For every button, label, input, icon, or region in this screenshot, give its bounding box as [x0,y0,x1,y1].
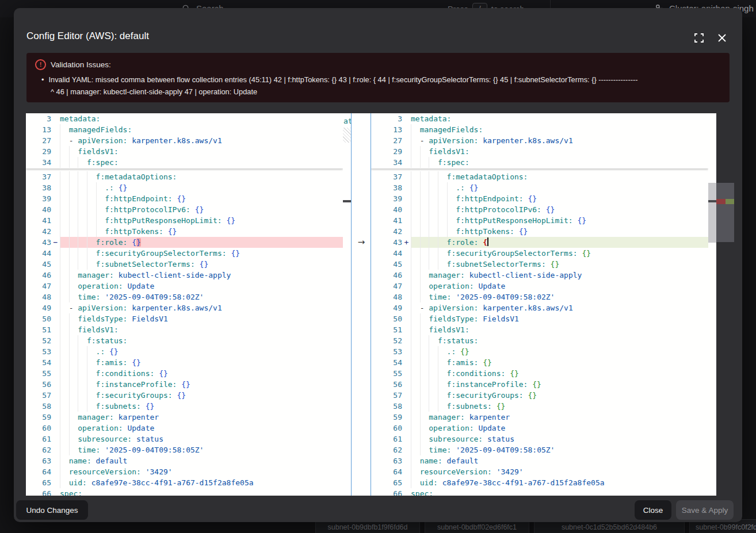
code-line-right-52[interactable]: 52f:status: [371,335,708,346]
line-content: f:subnetSelectorTerms: {} [411,259,708,270]
yaml-diff-editor[interactable]: 3metadata:13managedFields:27- apiVersion… [26,113,716,496]
code-line-left-53[interactable]: 53.: {} [26,346,343,357]
code-line-right-38[interactable]: 38.: {} [371,182,708,193]
code-line-left-64[interactable]: 64resourceVersion: '3429' [26,466,343,477]
code-line-left-37[interactable]: 37f:metadataOptions: [26,171,343,182]
code-line-left-54[interactable]: 54f:amis: {} [26,357,343,368]
code-line-left-45[interactable]: 45f:subnetSelectorTerms: {} [26,259,343,270]
code-line-right-46[interactable]: 46manager: kubectl-client-side-apply [371,270,708,281]
code-line-left-58[interactable]: 58f:subnets: {} [26,401,343,412]
code-line-left-66[interactable]: 66spec: [26,488,343,496]
code-line-right-59[interactable]: 59manager: karpenter [371,412,708,423]
code-content-left[interactable]: 37f:metadataOptions:38.: {}39f:httpEndpo… [26,171,343,496]
code-line-right-43[interactable]: 43+f:role: { [371,237,708,248]
code-line-right-42[interactable]: 42f:httpTokens: {} [371,226,708,237]
code-line-left-49[interactable]: 49- apiVersion: karpenter.k8s.aws/v1 [26,302,343,313]
line-number: 39 [371,193,402,204]
line-number: 65 [26,477,51,488]
code-line-right-51[interactable]: 51fieldsV1: [371,324,708,335]
code-line-right-47[interactable]: 47operation: Update [371,281,708,292]
code-line-left-63[interactable]: 63name: default [26,455,343,466]
line-content: f:httpProtocolIPv6: {} [60,204,343,215]
code-line-left-29[interactable]: 29fieldsV1: [26,146,343,157]
code-line-right-45[interactable]: 45f:subnetSelectorTerms: {} [371,259,708,270]
code-line-left-34[interactable]: 34f:spec: [26,157,343,168]
code-line-left-39[interactable]: 39f:httpEndpoint: {} [26,193,343,204]
close-button[interactable]: Close [635,500,671,520]
line-content: f:metadataOptions: [411,171,708,182]
code-line-right-27[interactable]: 27- apiVersion: karpenter.k8s.aws/v1 [371,135,708,146]
code-line-right-29[interactable]: 29fieldsV1: [371,146,708,157]
diff-modified-pane[interactable]: 3metadata:13managedFields:27- apiVersion… [371,113,708,496]
code-line-left-40[interactable]: 40f:httpProtocolIPv6: {} [26,204,343,215]
code-line-right-65[interactable]: 65uid: c8afe97e-38cc-4f91-a767-d15f2a8fe… [371,477,708,488]
diff-sign [402,248,411,259]
validation-message-line2: ^ 46 | manager: kubectl-client-side-appl… [51,87,257,96]
code-line-left-48[interactable]: 48time: '2025-09-04T09:58:02Z' [26,292,343,302]
scrollbar-thumb[interactable] [708,183,716,243]
code-line-right-56[interactable]: 56f:instanceProfile: {} [371,379,708,390]
close-dialog-button[interactable] [711,27,733,49]
code-line-right-55[interactable]: 55f:conditions: {} [371,368,708,379]
code-line-right-62[interactable]: 62time: '2025-09-04T09:58:05Z' [371,444,708,455]
fullscreen-button[interactable] [688,27,710,49]
code-line-left-3[interactable]: 3metadata: [26,113,343,124]
code-line-left-57[interactable]: 57f:securityGroups: {} [26,390,343,401]
code-line-right-53[interactable]: 53.: {} [371,346,708,357]
code-line-left-61[interactable]: 61subresource: status [26,434,343,444]
code-line-right-58[interactable]: 58f:subnets: {} [371,401,708,412]
diff-sign [51,423,60,434]
code-line-left-43[interactable]: 43−f:role: {} [26,237,343,248]
code-line-left-38[interactable]: 38.: {} [26,182,343,193]
diff-sign [51,412,60,423]
code-line-right-39[interactable]: 39f:httpEndpoint: {} [371,193,708,204]
code-line-left-51[interactable]: 51fieldsV1: [26,324,343,335]
save-apply-button[interactable]: Save & Apply [676,500,734,520]
code-line-left-56[interactable]: 56f:instanceProfile: {} [26,379,343,390]
code-line-left-46[interactable]: 46manager: kubectl-client-side-apply [26,270,343,281]
diff-sign [51,444,60,455]
line-content: f:securityGroups: {} [411,390,708,401]
code-line-right-66[interactable]: 66spec: [371,488,708,496]
code-line-left-52[interactable]: 52f:status: [26,335,343,346]
code-line-right-44[interactable]: 44f:securityGroupSelectorTerms: {} [371,248,708,259]
code-line-right-3[interactable]: 3metadata: [371,113,708,124]
diff-original-pane[interactable]: 3metadata:13managedFields:27- apiVersion… [26,113,343,496]
undo-changes-button[interactable]: Undo Changes [16,500,88,520]
code-line-left-65[interactable]: 65uid: c8afe97e-38cc-4f91-a767-d15f2a8fe… [26,477,343,488]
code-line-right-61[interactable]: 61subresource: status [371,434,708,444]
line-number: 51 [26,324,51,335]
code-line-right-64[interactable]: 64resourceVersion: '3429' [371,466,708,477]
right-scrollbar [708,113,716,496]
code-line-right-50[interactable]: 50fieldsType: FieldsV1 [371,313,708,324]
code-line-left-13[interactable]: 13managedFields: [26,124,343,135]
code-line-right-34[interactable]: 34f:spec: [371,157,708,168]
code-line-left-44[interactable]: 44f:securityGroupSelectorTerms: {} [26,248,343,259]
code-line-left-47[interactable]: 47operation: Update [26,281,343,292]
code-line-left-42[interactable]: 42f:httpTokens: {} [26,226,343,237]
code-line-left-50[interactable]: 50fieldsType: FieldsV1 [26,313,343,324]
code-line-left-41[interactable]: 41f:httpPutResponseHopLimit: {} [26,215,343,226]
code-line-left-60[interactable]: 60operation: Update [26,423,343,434]
code-line-left-59[interactable]: 59manager: karpenter [26,412,343,423]
code-line-left-55[interactable]: 55f:conditions: {} [26,368,343,379]
code-line-right-40[interactable]: 40f:httpProtocolIPv6: {} [371,204,708,215]
code-line-right-63[interactable]: 63name: default [371,455,708,466]
code-line-left-27[interactable]: 27- apiVersion: karpenter.k8s.aws/v1 [26,135,343,146]
diff-editor-sash[interactable]: → [351,113,371,496]
line-number: 63 [26,455,51,466]
code-line-right-60[interactable]: 60operation: Update [371,423,708,434]
code-line-right-41[interactable]: 41f:httpPutResponseHopLimit: {} [371,215,708,226]
code-line-left-62[interactable]: 62time: '2025-09-04T09:58:05Z' [26,444,343,455]
code-line-right-13[interactable]: 13managedFields: [371,124,708,135]
line-content: f:status: [411,335,708,346]
code-line-right-48[interactable]: 48time: '2025-09-04T09:58:02Z' [371,292,708,302]
revert-arrow-icon[interactable]: → [354,237,368,248]
code-line-right-49[interactable]: 49- apiVersion: karpenter.k8s.aws/v1 [371,302,708,313]
code-line-right-54[interactable]: 54f:amis: {} [371,357,708,368]
line-number: 52 [26,335,51,346]
code-content-right[interactable]: 37f:metadataOptions:38.: {}39f:httpEndpo… [371,171,708,496]
code-line-right-57[interactable]: 57f:securityGroups: {} [371,390,708,401]
code-line-right-37[interactable]: 37f:metadataOptions: [371,171,708,182]
diff-sign [51,248,60,259]
